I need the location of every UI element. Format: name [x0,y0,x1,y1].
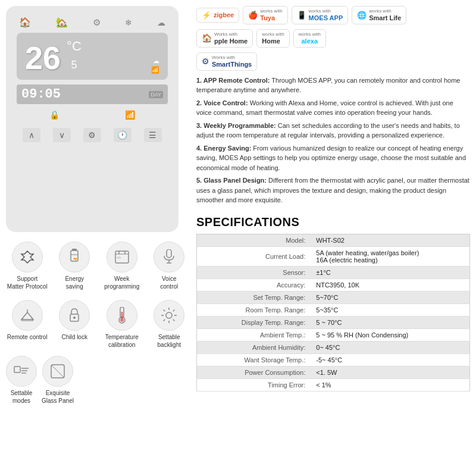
feature-glass-label: ExquisiteGlass Panel [42,389,74,405]
feature-backlight-label: Settablebacklight [158,333,181,349]
snowflake-icon: ❄ [125,18,132,27]
device-bottom-controls[interactable]: ∧ ∨ ⚙ 🕐 ☰ [17,128,168,142]
spec-table: Model: WHT-S02 Current Load: 5A (water h… [196,234,470,392]
apple-label: pple Home [214,37,248,45]
spec-row-display-temp: Display Temp. Range: 5 ~ 70°C [197,316,470,328]
spec-label-humidity: Ambient Humidity: [197,341,312,353]
spec-row-current: Current Load: 5A (water heating, water/g… [197,246,470,266]
spec-row-power: Power Consumption: <1. 5W [197,366,470,378]
up-button[interactable]: ∧ [23,128,40,142]
spec-row-humidity: Ambient Humidity: 0~ 45°C [197,341,470,353]
day-label: DAY [149,91,163,98]
svg-point-18 [166,312,172,318]
temp-main: 26 °C 5 ☁ 📶 [25,39,159,74]
apple-works-text: Works with [214,32,248,37]
glass-icon-circle [42,356,73,387]
spec-label-sensor: Sensor: [197,266,312,278]
modes-icon-circle [6,356,37,387]
left-panel: 🏠 🏡 ⚙ ❄ ☁ 26 °C 5 ☁ 📶 09:05 DAY [6,6,190,470]
feature-week: </> Weekprogramming [101,242,143,290]
spec-label-current: Current Load: [197,246,312,266]
svg-line-25 [173,310,175,312]
features-grid-row1: SupportMatter Protocol Energysaving [6,242,190,290]
home-icon: 🏠 [19,17,31,28]
settings-button[interactable]: ⚙ [83,128,101,142]
badge-smartlife: 🌐 works with Smart Life [352,6,406,24]
spec-value-timing: < 1% [311,378,469,391]
feature-temp-cal: Temperaturecalibration [101,300,143,349]
spec-row-model: Model: WHT-S02 [197,234,470,246]
spec-label-set-temp: Set Temp. Range: [197,291,312,303]
spec-value-accuracy: NTC3950, 10K [311,278,469,291]
moes-icon: 📱 [297,11,306,20]
spec-row-ambient-temp: Ambient Temp.: 5 ~ 95 % RH (Non Condensi… [197,328,470,341]
spec-value-model: WHT-S02 [311,234,469,246]
spec-value-sensor: ±1°C [311,266,469,278]
degree-celsius: °C [67,39,82,54]
tuya-label: Tuya [260,14,282,21]
cloud-icon: ☁ [157,18,165,27]
svg-point-13 [73,317,76,319]
time-display-area: 09:05 DAY [17,84,168,104]
device-mid-icons: 🔒 📶 [17,109,168,121]
feature-childlock: Child lock [54,300,96,349]
menu-button[interactable]: ☰ [144,128,162,142]
smartthings-works-text: Works with [212,55,252,61]
feature-childlock-label: Child lock [62,333,87,341]
feature-matter-label: SupportMatter Protocol [7,275,48,290]
spec-label-model: Model: [197,234,312,246]
feature-matter: SupportMatter Protocol [6,242,49,290]
temp-right: °C 5 [67,39,82,71]
spec-label-timing: Timing Error: [197,378,312,391]
down-button[interactable]: ∨ [53,128,71,142]
feature-modes: Settablemodes [6,356,37,405]
childlock-icon-circle [59,300,90,331]
clock-button[interactable]: 🕐 [114,128,131,142]
smartlife-works-text: works with [369,9,401,14]
matter-icon-circle [12,242,43,273]
features-grid-row3: Settablemodes ExquisiteGlass Panel [6,356,190,405]
svg-line-24 [173,320,175,321]
spec-row-timing: Timing Error: < 1% [197,378,470,391]
desc-1: 1. APP Remote Control: Through MOES APP,… [196,76,470,95]
alexa-works-text: works with [299,32,321,37]
feature-glass: ExquisiteGlass Panel [42,356,74,405]
svg-text:</>: </> [117,256,121,259]
desc-3: 3. Weekly Programmable: Can set schedule… [196,121,470,140]
badges-row2: 🏠 Works with pple Home works with Home w… [196,29,470,48]
feature-voice-label: Voicecontrol [160,275,178,290]
badge-apple-home: 🏠 Works with pple Home [196,29,253,48]
svg-rect-27 [14,367,20,372]
spec-label-display-temp: Display Temp. Range: [197,316,312,328]
thermostat-device: 🏠 🏡 ⚙ ❄ ☁ 26 °C 5 ☁ 📶 09:05 DAY [6,6,178,232]
apple-icon: 🏠 [202,33,212,43]
feature-remote: Remote control [6,300,49,349]
spec-value-storage: -5~ 45°C [311,353,469,366]
wifi-icon-small: 📶 [125,110,135,120]
feature-remote-label: Remote control [7,333,48,341]
backlight-icon-circle [154,300,184,331]
house2-icon: 🏡 [56,17,68,28]
svg-point-17 [120,318,124,322]
badge-zigbee: ⚡ zigbee [196,8,239,23]
energy-icon-circle [59,242,90,273]
badge-google-home: works with Home [256,29,289,48]
spec-value-set-temp: 5~70°C [311,291,469,303]
display-area: 26 °C 5 ☁ 📶 [17,33,168,80]
badge-tuya: 🍎 works with Tuya [243,6,287,24]
spec-value-humidity: 0~ 45°C [311,341,469,353]
spec-title: SPECIFICATIONS [196,215,470,229]
desc-4: 4. Energy Saving: From various humanized… [196,143,470,173]
gear-icon: ⚙ [93,17,101,28]
feature-energy: Energysaving [54,242,96,290]
spec-label-room-temp: Room Temp. Range: [197,303,312,316]
device-top-icons: 🏠 🏡 ⚙ ❄ ☁ [17,17,168,28]
spec-label-ambient-temp: Ambient Temp.: [197,328,312,341]
feature-energy-label: Energysaving [65,275,84,290]
smartthings-icon: ⚙ [202,57,209,66]
spec-value-display-temp: 5 ~ 70°C [311,316,469,328]
remote-icon-circle [12,300,43,331]
home-works-text: works with [262,32,284,37]
badge-alexa: works with alexa [293,29,326,48]
temp-cal-icon-circle [107,300,137,331]
